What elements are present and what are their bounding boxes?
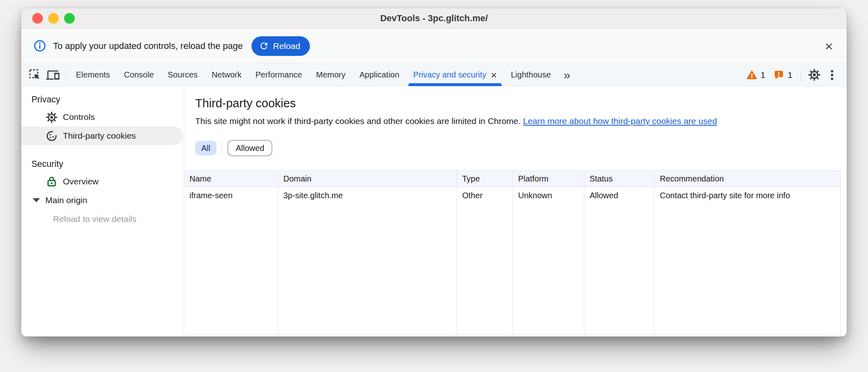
reload-icon	[259, 41, 269, 51]
tab-close-icon[interactable]: ×	[491, 70, 497, 80]
tab-performance[interactable]: Performance	[249, 64, 309, 86]
privacy-security-sidebar: Privacy Controls	[21, 86, 184, 337]
reload-button[interactable]: Reload	[251, 36, 310, 56]
tab-lighthouse[interactable]: Lighthouse	[504, 64, 558, 86]
infobar-message: To apply your updated controls, reload t…	[53, 41, 243, 51]
issues-icon	[773, 69, 784, 80]
tab-label: Memory	[316, 70, 345, 80]
more-tabs-icon[interactable]: »	[558, 64, 576, 86]
page-title: Third-party cookies	[195, 96, 847, 110]
panel-content: Privacy Controls	[21, 86, 847, 337]
tab-network[interactable]: Network	[205, 64, 248, 86]
sidebar-item-label: Third-party cookies	[63, 131, 136, 141]
chevron-down-icon[interactable]	[33, 198, 40, 202]
tab-sources[interactable]: Sources	[161, 64, 205, 86]
reload-button-label: Reload	[273, 41, 300, 51]
window-title: DevTools - 3pc.glitch.me/	[380, 13, 488, 24]
sidebar-item-label: Controls	[63, 112, 95, 122]
column-header-type[interactable]: Type	[457, 171, 513, 186]
table-row[interactable]: iframe-seen 3p-site.glitch.me Other Unkn…	[184, 187, 841, 335]
minimize-window-button[interactable]	[48, 13, 59, 24]
tab-label: Privacy and security	[413, 70, 486, 80]
filter-chips: All Allowed	[195, 140, 847, 156]
tabbar-divider	[65, 69, 66, 81]
filter-all-chip[interactable]: All	[195, 141, 216, 155]
issues-counter[interactable]: 1	[769, 69, 797, 80]
description-text: This site might not work if third-party …	[195, 116, 521, 126]
warnings-counter[interactable]: 1	[742, 69, 770, 80]
inspect-element-icon[interactable]	[26, 64, 44, 86]
cookie-icon	[45, 130, 58, 142]
column-header-domain[interactable]: Domain	[278, 171, 457, 186]
column-header-status[interactable]: Status	[584, 171, 654, 186]
chip-divider	[222, 141, 222, 155]
tab-label: Elements	[76, 70, 110, 80]
tab-console[interactable]: Console	[117, 64, 160, 86]
tab-privacy-and-security[interactable]: Privacy and security ×	[406, 64, 504, 86]
reload-note: Reload to view details	[21, 210, 184, 228]
reload-infobar: To apply your updated controls, reload t…	[21, 29, 847, 64]
tab-label: Console	[124, 70, 154, 80]
sidebar-item-third-party-cookies[interactable]: Third-party cookies	[21, 126, 183, 145]
kebab-menu-icon[interactable]	[823, 64, 841, 86]
column-header-recommendation[interactable]: Recommendation	[654, 171, 841, 186]
third-party-cookies-panel: Third-party cookies This site might not …	[184, 86, 847, 337]
devtools-tabbar: Elements Console Sources Network Perform…	[21, 64, 847, 86]
cell-recommendation[interactable]: Contact third-party site for more info	[654, 187, 841, 335]
device-toolbar-icon[interactable]	[44, 64, 62, 86]
learn-more-link[interactable]: Learn more about how third-party cookies…	[523, 116, 717, 126]
traffic-lights	[32, 13, 75, 24]
cookies-table: Name Domain Type Platform Status Recomme…	[184, 170, 841, 335]
close-window-button[interactable]	[32, 13, 43, 24]
sidebar-item-controls[interactable]: Controls	[21, 108, 184, 126]
sidebar-item-overview[interactable]: Overview	[21, 172, 184, 191]
sidebar-item-main-origin[interactable]: Main origin	[21, 191, 184, 210]
tabbar-right-cluster: 1 1	[742, 64, 847, 86]
cell-name[interactable]: iframe-seen	[184, 187, 278, 335]
tab-memory[interactable]: Memory	[309, 64, 352, 86]
tab-elements[interactable]: Elements	[69, 64, 117, 86]
zoom-window-button[interactable]	[64, 13, 75, 24]
sidebar-section-security: Security	[21, 156, 184, 172]
warning-count: 1	[761, 70, 766, 80]
table-header-row: Name Domain Type Platform Status Recomme…	[184, 171, 841, 187]
desktop: { "window": { "title": "DevTools - 3pc.g…	[0, 0, 868, 372]
cell-status[interactable]: Allowed	[584, 187, 654, 335]
settings-gear-icon[interactable]	[805, 64, 823, 86]
cell-platform[interactable]: Unknown	[513, 187, 584, 335]
issues-count: 1	[788, 70, 792, 80]
panel-description: This site might not work if third-party …	[195, 116, 847, 126]
info-icon	[33, 40, 46, 52]
tab-application[interactable]: Application	[352, 64, 406, 86]
devtools-window: DevTools - 3pc.glitch.me/ To apply your …	[21, 8, 847, 337]
cell-type[interactable]: Other	[457, 187, 513, 335]
cell-domain[interactable]: 3p-site.glitch.me	[278, 187, 457, 335]
sidebar-section-privacy: Privacy	[21, 91, 184, 108]
warning-icon	[746, 69, 757, 80]
gear-icon	[45, 111, 58, 124]
lock-icon	[45, 175, 58, 188]
sidebar-item-label: Main origin	[45, 195, 87, 205]
column-header-platform[interactable]: Platform	[513, 171, 584, 186]
active-tab-underline	[408, 83, 502, 86]
tab-label: Application	[359, 70, 399, 80]
column-header-name[interactable]: Name	[184, 171, 278, 186]
tabbar-right-divider	[801, 69, 801, 82]
titlebar: DevTools - 3pc.glitch.me/	[21, 8, 847, 29]
filter-allowed-chip[interactable]: Allowed	[227, 140, 272, 156]
infobar-close-button[interactable]: ×	[825, 39, 833, 53]
tab-label: Performance	[256, 70, 303, 80]
sidebar-item-label: Overview	[63, 177, 99, 186]
tab-label: Lighthouse	[511, 70, 551, 80]
tab-label: Network	[211, 70, 241, 80]
tab-label: Sources	[168, 70, 198, 80]
